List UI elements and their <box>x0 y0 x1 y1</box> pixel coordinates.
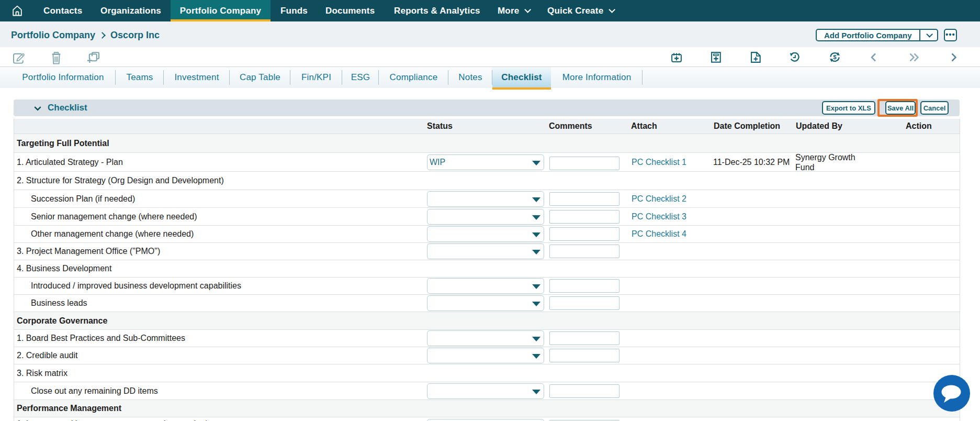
svg-text:$: $ <box>833 54 837 60</box>
